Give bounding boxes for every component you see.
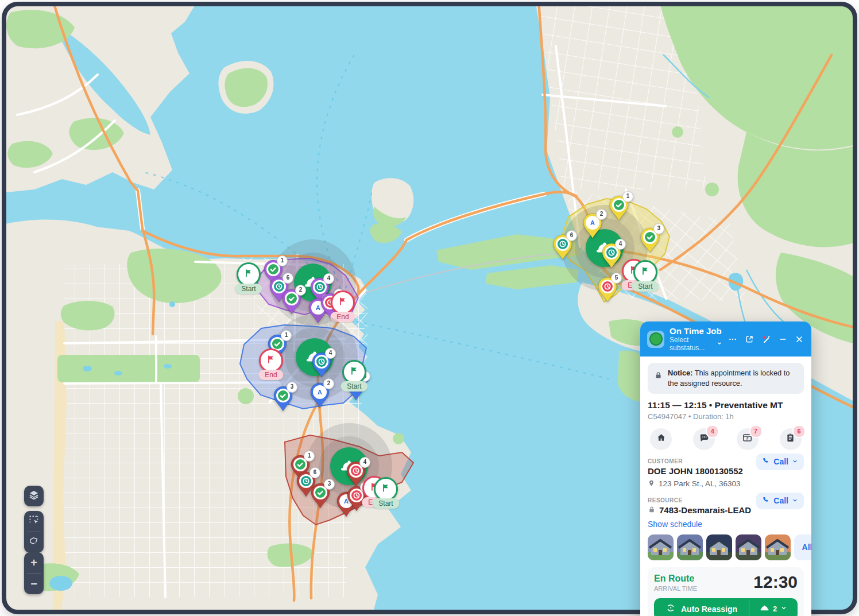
job-pin-yellow-1[interactable]: 1 <box>609 195 629 222</box>
route-start-label-purple: Start <box>235 284 262 294</box>
svg-text:A: A <box>590 219 595 226</box>
zoom-controls: + − <box>24 552 44 594</box>
end-flag-icon <box>266 354 276 367</box>
popup-title: On Time Job <box>670 326 722 336</box>
tasks-badge: 6 <box>792 425 806 438</box>
pin-count-badge: 4 <box>325 348 336 359</box>
cluster-pin-blue[interactable]: 4 <box>312 352 331 378</box>
end-flag-icon <box>338 296 348 309</box>
start-flag-icon <box>243 268 254 281</box>
route-end-marker-blue[interactable] <box>259 348 283 373</box>
property-photo-4[interactable] <box>736 534 761 560</box>
route-end-marker-purple[interactable] <box>331 290 355 315</box>
pin-count-badge: 2 <box>323 378 334 389</box>
layers-icon <box>28 489 40 503</box>
resource-name: 7483-Desmarais-LEAD <box>659 505 751 515</box>
start-flag-icon <box>381 483 391 495</box>
property-photo-5[interactable] <box>765 534 791 560</box>
map-layers-button[interactable] <box>24 486 44 506</box>
magic-wand-icon[interactable] <box>761 334 771 344</box>
customer-name: DOE JOHN 1800130552 <box>648 466 743 476</box>
all-photos-button[interactable]: All <box>794 534 811 560</box>
pin-count-badge: 1 <box>277 255 288 266</box>
route-start-marker-blue[interactable] <box>342 360 366 384</box>
job-window-button[interactable]: # 7 <box>737 428 759 450</box>
pin-count-badge: 3 <box>324 479 335 490</box>
home-icon <box>656 432 667 445</box>
customer-call-button[interactable]: Call <box>756 454 804 470</box>
customer-label: CUSTOMER <box>648 458 743 464</box>
property-photos: All <box>648 534 804 560</box>
job-pin-purple-2[interactable]: 2 <box>282 289 301 315</box>
route-start-marker-yellow[interactable] <box>633 260 657 284</box>
crew-count-dropdown[interactable]: 2 <box>749 598 798 616</box>
open-in-new-icon[interactable] <box>744 334 754 344</box>
substatus-label: Select substatus... <box>670 336 714 352</box>
chevron-down-icon <box>792 496 798 505</box>
pin-count-badge: 6 <box>283 273 293 284</box>
call-label: Call <box>773 457 788 466</box>
svg-text:#: # <box>746 436 749 440</box>
job-pin-yellow-5[interactable]: 5 <box>598 277 617 303</box>
route-start-label-red: Start <box>372 498 399 509</box>
minimize-icon[interactable] <box>777 334 788 344</box>
svg-text:A: A <box>316 304 320 311</box>
start-flag-icon <box>640 266 651 278</box>
selection-controls <box>24 511 44 553</box>
svg-text:A: A <box>318 389 322 396</box>
job-popup: On Time Job Select substatus... Notice: … <box>640 321 811 616</box>
job-pin-yellow-3[interactable]: 3 <box>640 227 660 254</box>
property-photo-3[interactable] <box>706 534 732 560</box>
show-schedule-link[interactable]: Show schedule <box>648 520 751 529</box>
pin-count-badge: 1 <box>281 330 292 341</box>
route-start-label-yellow: Start <box>632 281 659 292</box>
arrival-time-label: ARRIVAL TIME <box>654 585 697 592</box>
route-start-label-blue: Start <box>340 381 367 392</box>
arrival-card: En Route ARRIVAL TIME 12:30 Auto Reassig… <box>648 567 804 616</box>
route-start-marker-purple[interactable] <box>237 262 261 286</box>
tasks-button[interactable]: 6 <box>780 428 802 450</box>
start-flag-icon <box>349 366 359 378</box>
zoom-in-button[interactable]: + <box>24 552 44 573</box>
property-photo-1[interactable] <box>648 534 674 560</box>
job-pin-yellow-2[interactable]: A2 <box>583 213 602 239</box>
notice-banner: Notice: This appointment is locked to th… <box>648 363 804 394</box>
phone-icon <box>762 496 770 506</box>
pin-count-badge: 6 <box>309 467 320 478</box>
job-pin-red-3[interactable]: 3 <box>311 483 330 509</box>
call-label: Call <box>773 496 788 505</box>
job-pin-blue-2[interactable]: A2 <box>310 382 330 409</box>
resource-call-button[interactable]: Call <box>756 493 804 509</box>
pin-count-badge: 1 <box>304 451 315 462</box>
crew-count: 2 <box>773 605 777 613</box>
phone-icon <box>762 457 770 467</box>
chevron-down-icon <box>780 605 787 613</box>
job-pin-blue-3[interactable]: 3 <box>273 386 293 412</box>
marquee-select-button[interactable] <box>24 511 44 532</box>
lasso-select-icon <box>28 536 40 550</box>
chevron-down-icon <box>717 340 722 348</box>
resource-label: RESOURCE <box>648 497 751 503</box>
pin-count-badge: 6 <box>566 230 577 241</box>
lasso-select-button[interactable] <box>24 532 44 553</box>
job-window-badge: 7 <box>749 425 763 438</box>
pin-count-badge: 5 <box>611 273 622 284</box>
property-photo-2[interactable] <box>677 534 703 560</box>
pin-count-badge: 4 <box>359 457 370 468</box>
more-options-icon[interactable] <box>728 334 738 344</box>
route-start-marker-red[interactable] <box>374 477 398 501</box>
pin-count-badge: 3 <box>287 382 297 393</box>
layers-control <box>24 486 44 506</box>
job-status-icon[interactable] <box>647 331 664 348</box>
chat-badge: 4 <box>706 425 719 438</box>
substatus-dropdown[interactable]: Select substatus... <box>670 336 722 352</box>
cluster-pin-yellow[interactable]: 4 <box>602 243 621 269</box>
popup-header: On Time Job Select substatus... <box>640 321 811 357</box>
zoom-out-button[interactable]: − <box>24 574 44 594</box>
close-icon[interactable] <box>794 334 804 344</box>
auto-reassign-button[interactable]: Auto Reassign 2 <box>654 598 798 616</box>
chat-button[interactable]: 4 <box>693 428 715 450</box>
home-button[interactable] <box>650 428 672 450</box>
job-pin-yellow-6[interactable]: 6 <box>553 234 572 261</box>
notice-label: Notice: <box>668 369 692 377</box>
